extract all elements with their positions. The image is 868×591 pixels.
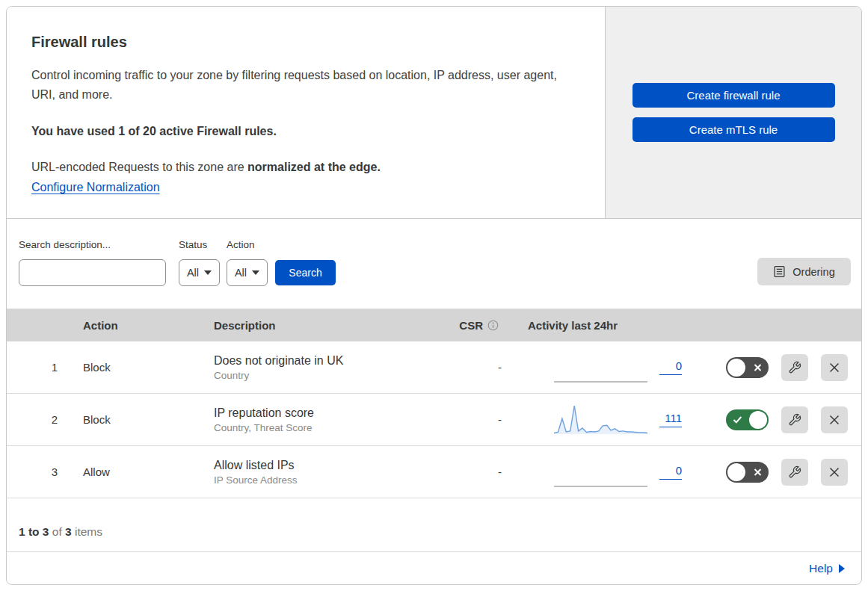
rule-activity-cell: 0 [509, 457, 691, 487]
page-description: Control incoming traffic to your zone by… [31, 66, 558, 105]
delete-rule-button[interactable] [821, 406, 848, 433]
wrench-icon [788, 465, 801, 479]
wrench-icon [788, 361, 801, 374]
rule-fields-text: Country [214, 370, 408, 381]
activity-sparkline [554, 353, 647, 383]
pagination-items: items [72, 525, 102, 538]
intro-card: Firewall rules Control incoming traffic … [7, 7, 606, 218]
activity-sparkline [554, 457, 647, 487]
configure-normalization-link[interactable]: Configure Normalization [31, 181, 160, 194]
toggle-knob [727, 359, 745, 377]
rule-action: Block [83, 413, 214, 426]
rule-action: Allow [83, 465, 214, 478]
toggle-knob [749, 411, 767, 429]
normalization-note-prefix: URL-encoded Requests to this zone are [31, 161, 247, 173]
activity-sparkline [554, 405, 647, 435]
create-firewall-rule-button[interactable]: Create firewall rule [632, 83, 835, 108]
normalization-note: URL-encoded Requests to this zone are no… [31, 161, 575, 174]
status-filter-dropdown[interactable]: All [179, 259, 220, 286]
search-input[interactable] [33, 260, 168, 285]
csr-column-header: CSR [408, 319, 509, 332]
action-filter-dropdown[interactable]: All [227, 259, 268, 286]
rule-priority: 3 [7, 465, 83, 478]
close-icon [828, 362, 840, 374]
activity-count-link[interactable]: 0 [659, 359, 682, 375]
normalization-note-bold: normalized at the edge. [247, 161, 381, 173]
ordering-icon [773, 265, 786, 278]
usage-summary: You have used 1 of 20 active Firewall ru… [31, 125, 575, 138]
activity-count-link[interactable]: 0 [659, 464, 682, 480]
close-icon [754, 363, 762, 371]
action-label: Action [227, 239, 255, 250]
ordering-button-label: Ordering [792, 266, 834, 278]
rule-priority: 1 [7, 361, 83, 374]
close-icon [828, 466, 840, 478]
rule-enabled-toggle[interactable] [726, 409, 769, 430]
page-title: Firewall rules [31, 34, 575, 51]
status-filter-value: All [187, 267, 199, 279]
rule-csr-value: - [408, 413, 509, 426]
rule-description-cell: IP reputation score Country, Threat Scor… [214, 406, 408, 433]
rule-controls [691, 459, 861, 486]
rule-description-cell: Allow listed IPs IP Source Address [214, 459, 408, 486]
filter-bar: Search description... Status Action All … [7, 219, 861, 309]
table-row: 1 Block Does not originate in UK Country… [7, 341, 861, 394]
rule-csr-value: - [408, 361, 509, 374]
ordering-button[interactable]: Ordering [757, 258, 851, 285]
pagination-total: 3 [65, 525, 72, 538]
rule-fields-text: Country, Threat Score [214, 422, 408, 433]
rule-action: Block [83, 361, 214, 374]
create-mtls-rule-button[interactable]: Create mTLS rule [632, 117, 835, 142]
rule-description-cell: Does not originate in UK Country [214, 354, 408, 381]
rule-fields-text: IP Source Address [214, 474, 408, 486]
action-filter-value: All [235, 267, 247, 279]
table-row: 2 Block IP reputation score Country, Thr… [7, 394, 861, 446]
chevron-down-icon [252, 270, 259, 275]
close-icon [828, 414, 840, 426]
pagination-summary: 1 to 3 of 3 items [7, 498, 861, 552]
pagination-of: of [49, 525, 65, 538]
rule-controls [691, 354, 861, 381]
help-arrow-icon [839, 564, 845, 573]
rule-controls [691, 406, 861, 433]
rule-activity-cell: 111 [509, 405, 691, 435]
search-label: Search description... [19, 239, 111, 250]
description-column-header: Description [214, 319, 408, 332]
edit-rule-button[interactable] [781, 459, 808, 486]
rule-csr-value: - [408, 465, 509, 478]
info-icon[interactable] [487, 320, 499, 331]
edit-rule-button[interactable] [781, 354, 808, 381]
rule-enabled-toggle[interactable] [726, 462, 769, 483]
header-section: Firewall rules Control incoming traffic … [7, 7, 861, 219]
delete-rule-button[interactable] [821, 354, 848, 381]
search-box [19, 259, 166, 286]
delete-rule-button[interactable] [821, 459, 848, 486]
edit-rule-button[interactable] [781, 406, 808, 433]
pagination-range: 1 to 3 [19, 525, 49, 538]
chevron-down-icon [204, 270, 212, 275]
rule-description-text: IP reputation score [214, 406, 408, 420]
help-row: Help [7, 552, 861, 584]
action-column-header: Action [83, 319, 214, 332]
rule-description-text: Does not originate in UK [214, 354, 408, 368]
help-link[interactable]: Help [809, 562, 833, 575]
rule-activity-cell: 0 [509, 353, 691, 383]
check-icon [733, 415, 742, 424]
csr-column-header-label: CSR [459, 319, 483, 332]
close-icon [754, 468, 762, 476]
search-button[interactable]: Search [275, 260, 336, 285]
table-header-row: Action Description CSR Activity last 24h… [7, 309, 861, 341]
rule-priority: 2 [7, 413, 83, 426]
firewall-rules-page: Firewall rules Control incoming traffic … [6, 6, 862, 585]
toggle-knob [727, 463, 745, 481]
activity-column-header: Activity last 24hr [509, 319, 691, 332]
activity-count-link[interactable]: 111 [659, 412, 682, 427]
rule-description-text: Allow listed IPs [214, 459, 408, 472]
cta-panel: Create firewall rule Create mTLS rule [606, 7, 861, 218]
status-label: Status [179, 239, 207, 250]
table-row: 3 Allow Allow listed IPs IP Source Addre… [7, 446, 861, 498]
rules-table: Action Description CSR Activity last 24h… [7, 309, 861, 498]
rule-enabled-toggle[interactable] [726, 357, 769, 378]
wrench-icon [788, 413, 801, 427]
